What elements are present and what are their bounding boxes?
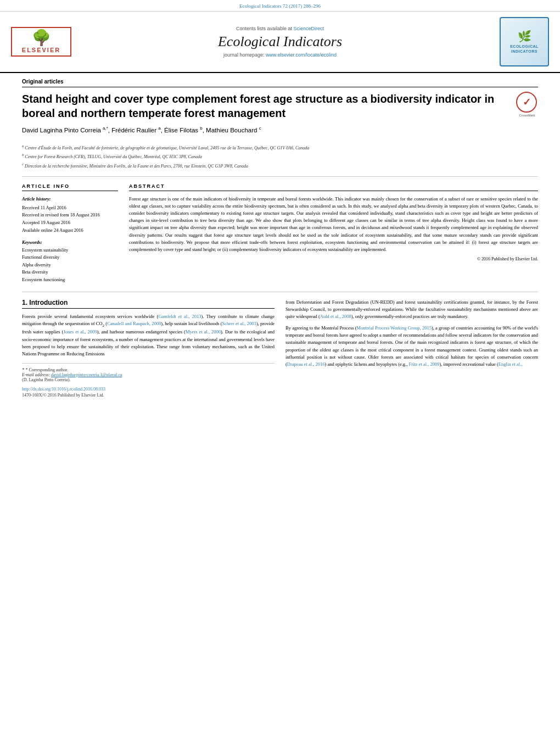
drapeau-link[interactable]: Drapeau et al., 2016 [287,361,325,367]
header-section: 🌳 ELSEVIER Contents lists available at S… [0,12,560,73]
accepted-date: Accepted 19 August 2016 [22,219,118,226]
email-author-name: (D. Laginha Pinto Correia). [22,377,275,382]
footnote-area: * * Corresponding author. E-mail address… [22,363,275,382]
email-note: E-mail address: david.laginha-pinto-corr… [22,372,275,377]
doi-line: http://dx.doi.org/10.1016/j.ecolind.2016… [22,387,275,392]
article-history: Article history: Received 11 April 2016 … [22,196,118,234]
sciencedirect-link[interactable]: ScienceDirect [294,26,324,31]
abstract-label: ABSTRACT [129,183,538,191]
keywords-label: Keywords: [22,239,118,245]
intro-heading: 1. Introduction [22,299,275,309]
badge-leaf-icon: 🌿 [518,30,531,43]
article-info-label: ARTICLE INFO [22,183,118,191]
montreal-link[interactable]: Montréal Process Working Group, 2015 [357,325,432,331]
elsevier-wordmark: ELSEVIER [15,47,67,53]
two-col-section: ARTICLE INFO Article history: Received 1… [22,183,538,284]
keywords-section: Keywords: Ecosystem sustainability Funct… [22,239,118,284]
journal-ref-text: Ecological Indicators 72 (2017) 288–296 [239,3,321,9]
keywords-list: Ecosystem sustainability Functional dive… [22,247,118,284]
title-text: Stand height and cover type complement f… [22,92,508,137]
article-info-col: ARTICLE INFO Article history: Received 1… [22,183,118,284]
email-label: E-mail address: [22,372,50,377]
main-content: Original articles Stand height and cover… [0,73,560,409]
corresponding-author-note: * * Corresponding author. [22,367,275,372]
scherr-link[interactable]: Scherr et al., 2003 [222,321,256,326]
journal-badge: 🌿 ECOLOGICALINDICATORS [500,17,549,66]
copyright-line: © 2016 Published by Elsevier Ltd. [129,256,538,261]
star-icon: * [22,367,25,372]
keyword-1: Ecosystem sustainability [22,247,118,254]
intro-para2: from Deforestation and Forest Degradatio… [285,299,538,321]
available-date: Available online 24 August 2016 [22,227,118,234]
email-link[interactable]: david.laginha-pinto-correia.1@ulaval.ca [51,372,122,377]
affil-item-b: b Centre for Forest Research (CFR), TELU… [22,152,538,160]
section-divider [22,292,538,292]
crossmark-badge: ✓ CrossMark [516,92,538,118]
abstract-col: ABSTRACT Forest age structure is one of … [129,183,538,284]
homepage-url[interactable]: www.elsevier.com/locate/ecolind [266,52,337,58]
intro-para1: Forests provide several fundamental ecos… [22,313,275,358]
auld-link[interactable]: Auld et al., 2008 [320,314,351,319]
badge-text: ECOLOGICALINDICATORS [510,44,539,54]
authors-line: David Laginha Pinto Correia a,*, Frédéri… [22,126,508,133]
jones-link[interactable]: Jones et al., 2009 [63,329,97,334]
keyword-5: Ecosystem functioning [22,276,118,284]
canadell-link[interactable]: Canadell and Raupach, 2008 [107,321,161,326]
header-right: 🌿 ECOLOGICALINDICATORS [489,17,549,66]
gamfeldt-link[interactable]: Gamfeldt et al., 2013 [158,314,201,319]
received-date: Received 11 April 2016 [22,204,118,211]
keyword-4: Beta diversity [22,269,118,276]
header-center: Contents lists available at ScienceDirec… [71,26,489,58]
contents-line: Contents lists available at ScienceDirec… [71,26,489,31]
title-section: Stand height and cover type complement f… [22,92,538,137]
doi-link[interactable]: http://dx.doi.org/10.1016/j.ecolind.2016… [22,387,105,392]
intro-right-col: from Deforestation and Forest Degradatio… [285,299,538,398]
article-type: Original articles [22,79,538,87]
englin-link[interactable]: Englin et al., [499,361,522,367]
license-line: 1470-160X/© 2016 Published by Elsevier L… [22,393,275,398]
abstract-text: Forest age structure is one of the main … [129,196,538,253]
homepage-line: journal homepage: www.elsevier.com/locat… [71,52,489,58]
page-wrapper: Ecological Indicators 72 (2017) 288–296 … [0,0,560,409]
contents-text: Contents lists available at [236,26,292,31]
homepage-label: journal homepage: [223,52,265,58]
elsevier-tree-icon: 🌳 [15,30,67,46]
intro-left-col: 1. Introduction Forests provide several … [22,299,275,398]
keyword-3: Alpha diversity [22,261,118,269]
journal-ref-bar: Ecological Indicators 72 (2017) 288–296 [0,0,560,12]
journal-name: Ecological Indicators [71,34,489,50]
affil-item-a: a Centre d'Étude de la Forêt, and Facult… [22,143,538,152]
fritz-link[interactable]: Fritz et al., 2009 [409,361,440,367]
crossmark-label: CrossMark [516,114,538,118]
affil-item-c: c Direction de la recherche forestière, … [22,161,538,170]
crossmark-icon: ✓ [516,92,537,113]
elsevier-box: 🌳 ELSEVIER [11,27,71,57]
intro-para3: By agreeing to the Montréal Process (Mon… [285,325,538,368]
history-label: Article history: [22,196,118,203]
article-title: Stand height and cover type complement f… [22,92,508,120]
myers-link[interactable]: Myers et al., 2000 [186,329,221,334]
received-revised-date: Received in revised form 18 August 2016 [22,211,118,219]
corresponding-label: * Corresponding author. [26,367,69,372]
keyword-2: Functional diversity [22,254,118,261]
elsevier-logo: 🌳 ELSEVIER [11,27,71,57]
introduction-section: 1. Introduction Forests provide several … [22,299,538,398]
affiliations: a Centre d'Étude de la Forêt, and Facult… [22,143,538,177]
